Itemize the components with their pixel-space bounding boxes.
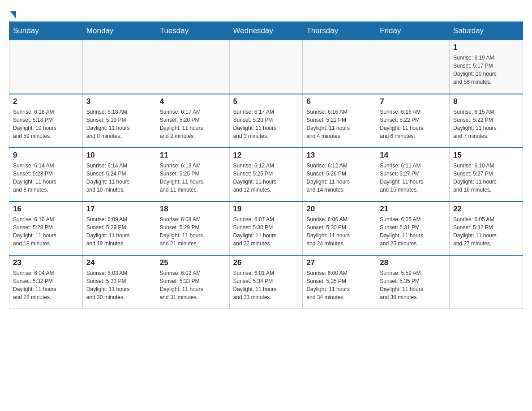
calendar-day-cell: 9Sunrise: 6:14 AMSunset: 5:23 PMDaylight… [9, 148, 83, 201]
day-number: 26 [233, 258, 299, 267]
day-number: 17 [86, 205, 152, 214]
day-info: Sunrise: 6:05 AMSunset: 5:32 PMDaylight:… [453, 215, 519, 248]
day-number: 25 [160, 258, 226, 267]
day-info: Sunrise: 6:04 AMSunset: 5:32 PMDaylight:… [13, 269, 79, 301]
day-info: Sunrise: 6:00 AMSunset: 5:35 PMDaylight:… [306, 269, 372, 301]
calendar-header-tuesday: Tuesday [156, 22, 229, 40]
calendar-day-cell: 24Sunrise: 6:03 AMSunset: 5:33 PMDayligh… [82, 255, 156, 309]
calendar-week-row: 9Sunrise: 6:14 AMSunset: 5:23 PMDaylight… [9, 148, 523, 201]
day-number: 6 [306, 97, 372, 106]
calendar-day-cell: 3Sunrise: 6:18 AMSunset: 5:19 PMDaylight… [82, 94, 156, 148]
day-info: Sunrise: 6:12 AMSunset: 5:25 PMDaylight:… [233, 162, 299, 194]
day-info: Sunrise: 6:05 AMSunset: 5:31 PMDaylight:… [380, 215, 446, 248]
calendar-day-cell [303, 40, 376, 94]
calendar-week-row: 2Sunrise: 6:18 AMSunset: 5:18 PMDaylight… [9, 94, 523, 148]
calendar-day-cell: 11Sunrise: 6:13 AMSunset: 5:25 PMDayligh… [156, 148, 229, 201]
calendar-day-cell: 17Sunrise: 6:09 AMSunset: 5:29 PMDayligh… [82, 201, 156, 255]
day-number: 1 [453, 43, 519, 52]
calendar-day-cell: 22Sunrise: 6:05 AMSunset: 5:32 PMDayligh… [450, 201, 523, 255]
day-number: 10 [86, 151, 152, 160]
calendar-day-cell [450, 255, 523, 309]
calendar-day-cell: 25Sunrise: 6:02 AMSunset: 5:33 PMDayligh… [156, 255, 229, 309]
calendar-table: SundayMondayTuesdayWednesdayThursdayFrid… [9, 21, 523, 309]
day-number: 2 [13, 97, 79, 106]
day-info: Sunrise: 6:11 AMSunset: 5:27 PMDaylight:… [380, 162, 446, 194]
day-number: 12 [233, 151, 299, 160]
calendar-day-cell: 23Sunrise: 6:04 AMSunset: 5:32 PMDayligh… [9, 255, 83, 309]
day-info: Sunrise: 6:18 AMSunset: 5:19 PMDaylight:… [86, 108, 152, 140]
day-info: Sunrise: 6:16 AMSunset: 5:21 PMDaylight:… [306, 108, 372, 140]
calendar-day-cell: 13Sunrise: 6:12 AMSunset: 5:26 PMDayligh… [303, 148, 376, 201]
day-number: 27 [306, 258, 372, 267]
calendar-day-cell [376, 40, 450, 94]
day-info: Sunrise: 6:16 AMSunset: 5:22 PMDaylight:… [380, 108, 446, 140]
day-info: Sunrise: 6:19 AMSunset: 5:17 PMDaylight:… [453, 54, 519, 86]
day-info: Sunrise: 6:06 AMSunset: 5:30 PMDaylight:… [306, 215, 372, 248]
day-info: Sunrise: 6:14 AMSunset: 5:23 PMDaylight:… [13, 162, 79, 194]
day-number: 9 [13, 151, 79, 160]
calendar-header-saturday: Saturday [450, 22, 523, 40]
calendar-day-cell: 26Sunrise: 6:01 AMSunset: 5:34 PMDayligh… [229, 255, 303, 309]
calendar-day-cell: 12Sunrise: 6:12 AMSunset: 5:25 PMDayligh… [229, 148, 303, 201]
day-number: 13 [306, 151, 372, 160]
calendar-week-row: 16Sunrise: 6:10 AMSunset: 5:28 PMDayligh… [9, 201, 523, 255]
day-info: Sunrise: 6:17 AMSunset: 5:20 PMDaylight:… [160, 108, 226, 140]
day-info: Sunrise: 6:10 AMSunset: 5:27 PMDaylight:… [453, 162, 519, 194]
calendar-header-row: SundayMondayTuesdayWednesdayThursdayFrid… [9, 22, 523, 40]
calendar-header-sunday: Sunday [9, 22, 83, 40]
day-number: 20 [306, 205, 372, 214]
day-number: 14 [380, 151, 446, 160]
calendar-day-cell: 27Sunrise: 6:00 AMSunset: 5:35 PMDayligh… [303, 255, 376, 309]
calendar-day-cell [156, 40, 229, 94]
day-number: 16 [13, 205, 79, 214]
day-info: Sunrise: 6:18 AMSunset: 5:18 PMDaylight:… [13, 108, 79, 140]
day-info: Sunrise: 6:15 AMSunset: 5:22 PMDaylight:… [453, 108, 519, 140]
calendar-day-cell: 21Sunrise: 6:05 AMSunset: 5:31 PMDayligh… [376, 201, 450, 255]
day-number: 15 [453, 151, 519, 160]
day-info: Sunrise: 6:02 AMSunset: 5:33 PMDaylight:… [160, 269, 226, 301]
calendar-day-cell: 2Sunrise: 6:18 AMSunset: 5:18 PMDaylight… [9, 94, 83, 148]
calendar-day-cell: 5Sunrise: 6:17 AMSunset: 5:20 PMDaylight… [229, 94, 303, 148]
day-number: 3 [86, 97, 152, 106]
logo-arrow-icon [10, 11, 16, 19]
day-number: 18 [160, 205, 226, 214]
day-number: 22 [453, 205, 519, 214]
calendar-day-cell: 1Sunrise: 6:19 AMSunset: 5:17 PMDaylight… [450, 40, 523, 94]
day-info: Sunrise: 6:17 AMSunset: 5:20 PMDaylight:… [233, 108, 299, 140]
day-number: 11 [160, 151, 226, 160]
day-info: Sunrise: 6:03 AMSunset: 5:33 PMDaylight:… [86, 269, 152, 301]
calendar-day-cell: 28Sunrise: 5:59 AMSunset: 5:35 PMDayligh… [376, 255, 450, 309]
day-info: Sunrise: 6:07 AMSunset: 5:30 PMDaylight:… [233, 215, 299, 248]
day-number: 19 [233, 205, 299, 214]
day-info: Sunrise: 5:59 AMSunset: 5:35 PMDaylight:… [380, 269, 446, 301]
calendar-day-cell [9, 40, 83, 94]
day-info: Sunrise: 6:01 AMSunset: 5:34 PMDaylight:… [233, 269, 299, 301]
day-info: Sunrise: 6:10 AMSunset: 5:28 PMDaylight:… [13, 215, 79, 248]
calendar-day-cell: 6Sunrise: 6:16 AMSunset: 5:21 PMDaylight… [303, 94, 376, 148]
day-info: Sunrise: 6:13 AMSunset: 5:25 PMDaylight:… [160, 162, 226, 194]
day-number: 28 [380, 258, 446, 267]
calendar-day-cell: 10Sunrise: 6:14 AMSunset: 5:24 PMDayligh… [82, 148, 156, 201]
calendar-header-wednesday: Wednesday [229, 22, 303, 40]
calendar-day-cell: 4Sunrise: 6:17 AMSunset: 5:20 PMDaylight… [156, 94, 229, 148]
calendar-header-monday: Monday [82, 22, 156, 40]
calendar-day-cell: 18Sunrise: 6:08 AMSunset: 5:29 PMDayligh… [156, 201, 229, 255]
calendar-week-row: 1Sunrise: 6:19 AMSunset: 5:17 PMDaylight… [9, 40, 523, 94]
calendar-day-cell [229, 40, 303, 94]
day-info: Sunrise: 6:12 AMSunset: 5:26 PMDaylight:… [306, 162, 372, 194]
page-header [9, 9, 523, 17]
day-number: 21 [380, 205, 446, 214]
day-number: 23 [13, 258, 79, 267]
day-number: 5 [233, 97, 299, 106]
calendar-day-cell: 14Sunrise: 6:11 AMSunset: 5:27 PMDayligh… [376, 148, 450, 201]
calendar-day-cell: 16Sunrise: 6:10 AMSunset: 5:28 PMDayligh… [9, 201, 83, 255]
day-number: 7 [380, 97, 446, 106]
calendar-header-thursday: Thursday [303, 22, 376, 40]
day-number: 8 [453, 97, 519, 106]
day-info: Sunrise: 6:08 AMSunset: 5:29 PMDaylight:… [160, 215, 226, 248]
calendar-day-cell: 15Sunrise: 6:10 AMSunset: 5:27 PMDayligh… [450, 148, 523, 201]
day-info: Sunrise: 6:14 AMSunset: 5:24 PMDaylight:… [86, 162, 152, 194]
day-info: Sunrise: 6:09 AMSunset: 5:29 PMDaylight:… [86, 215, 152, 248]
calendar-day-cell [82, 40, 156, 94]
calendar-day-cell: 8Sunrise: 6:15 AMSunset: 5:22 PMDaylight… [450, 94, 523, 148]
